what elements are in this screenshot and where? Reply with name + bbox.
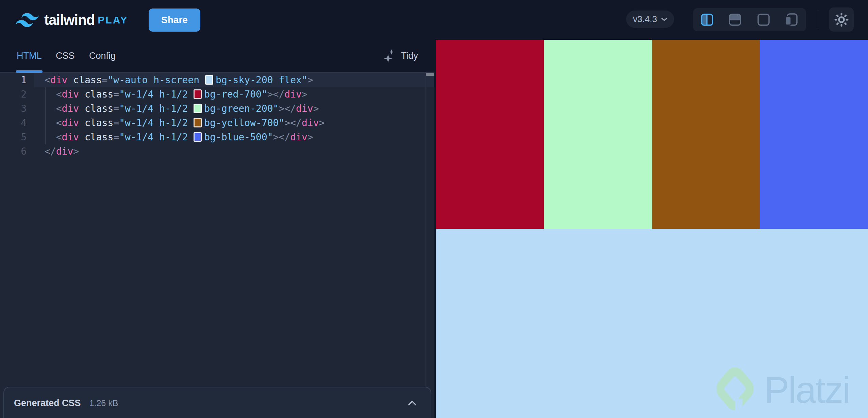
color-swatch[interactable] [194, 104, 202, 113]
line-number: 5 [0, 130, 34, 144]
code-text: </div> [34, 144, 434, 159]
editor-scrollbar-track [425, 73, 426, 387]
preview-column-bg-green-200 [544, 40, 652, 229]
line-number: 4 [0, 116, 34, 130]
code-lines: 1<div class="w-auto h-screen bg-sky-200 … [0, 73, 434, 159]
generated-css-size: 1.26 kB [89, 398, 118, 408]
tailwind-play-app: tailwind PLAY Share v3.4.3 [0, 0, 868, 418]
color-swatch[interactable] [194, 118, 202, 127]
pane-resize-divider[interactable] [434, 40, 436, 418]
layout-split-horizontal-icon[interactable] [728, 13, 742, 27]
line-number: 1 [0, 73, 34, 87]
chevron-up-icon[interactable] [407, 400, 417, 406]
editor-scrollbar-thumb[interactable] [426, 73, 434, 76]
active-tab-underline [16, 70, 43, 73]
tidy-label: Tidy [401, 51, 418, 61]
layout-split-vertical-icon[interactable] [700, 13, 715, 27]
header-divider [818, 11, 818, 29]
generated-css-title: Generated CSS [14, 398, 81, 408]
tab-css[interactable]: CSS [56, 40, 75, 72]
code-line[interactable]: 2 <div class="w-1/4 h-1/2 bg-red-700"></… [0, 87, 434, 102]
tab-html[interactable]: HTML [17, 40, 42, 72]
layout-mode-switcher [693, 8, 806, 31]
preview-pane: Platzi [436, 40, 868, 418]
code-line[interactable]: 1<div class="w-auto h-screen bg-sky-200 … [0, 73, 434, 87]
theme-toggle-button[interactable] [829, 7, 854, 32]
indent-guide [45, 87, 46, 144]
chevron-down-icon [661, 17, 667, 21]
color-swatch[interactable] [194, 132, 202, 142]
editor-tabbar: HTML CSS Config Tidy [0, 40, 434, 73]
code-text: <div class="w-1/4 h-1/2 bg-green-200"></… [34, 102, 434, 116]
version-selector[interactable]: v3.4.3 [626, 11, 674, 28]
header: tailwind PLAY Share v3.4.3 [0, 0, 868, 40]
code-text: <div class="w-1/4 h-1/2 bg-yellow-700"><… [34, 116, 434, 130]
platzi-watermark-text: Platzi [764, 368, 850, 411]
code-line[interactable]: 5 <div class="w-1/4 h-1/2 bg-blue-500"><… [0, 130, 434, 144]
sun-icon [834, 12, 849, 27]
code-line[interactable]: 4 <div class="w-1/4 h-1/2 bg-yellow-700"… [0, 116, 434, 130]
code-editor[interactable]: 1<div class="w-auto h-screen bg-sky-200 … [0, 73, 434, 387]
platzi-logo [714, 365, 756, 413]
code-line[interactable]: 3 <div class="w-1/4 h-1/2 bg-green-200">… [0, 102, 434, 116]
preview-column-bg-red-700 [436, 40, 544, 229]
color-swatch[interactable] [205, 75, 213, 85]
line-number: 2 [0, 87, 34, 102]
preview-columns [436, 40, 868, 229]
generated-css-panel[interactable]: Generated CSS 1.26 kB [3, 387, 431, 418]
code-text: <div class="w-auto h-screen bg-sky-200 f… [34, 73, 434, 87]
layout-editor-only-icon[interactable] [756, 13, 771, 27]
preview-column-bg-yellow-700 [652, 40, 760, 229]
tab-config[interactable]: Config [89, 40, 116, 72]
preview-column-bg-blue-500 [760, 40, 868, 229]
brand-play-label: PLAY [98, 14, 128, 26]
layout-preview-detached-icon[interactable] [784, 13, 799, 27]
line-number: 6 [0, 144, 34, 159]
tidy-button[interactable]: Tidy [383, 40, 418, 72]
color-swatch[interactable] [194, 89, 202, 99]
code-text: <div class="w-1/4 h-1/2 bg-red-700"></di… [34, 87, 434, 102]
brand-wordmark: tailwind [44, 12, 95, 28]
tailwind-logo-icon [16, 13, 39, 28]
line-number: 3 [0, 102, 34, 116]
version-label: v3.4.3 [633, 14, 657, 24]
share-button[interactable]: Share [149, 8, 200, 32]
sparkles-icon [383, 49, 396, 63]
code-line[interactable]: 6</div> [0, 144, 434, 159]
brand[interactable]: tailwind PLAY [16, 0, 128, 40]
code-text: <div class="w-1/4 h-1/2 bg-blue-500"></d… [34, 130, 434, 144]
